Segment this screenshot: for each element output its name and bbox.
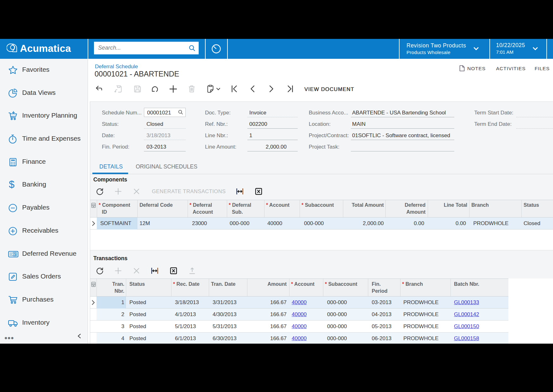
svg-text:$: $ [14, 252, 16, 256]
